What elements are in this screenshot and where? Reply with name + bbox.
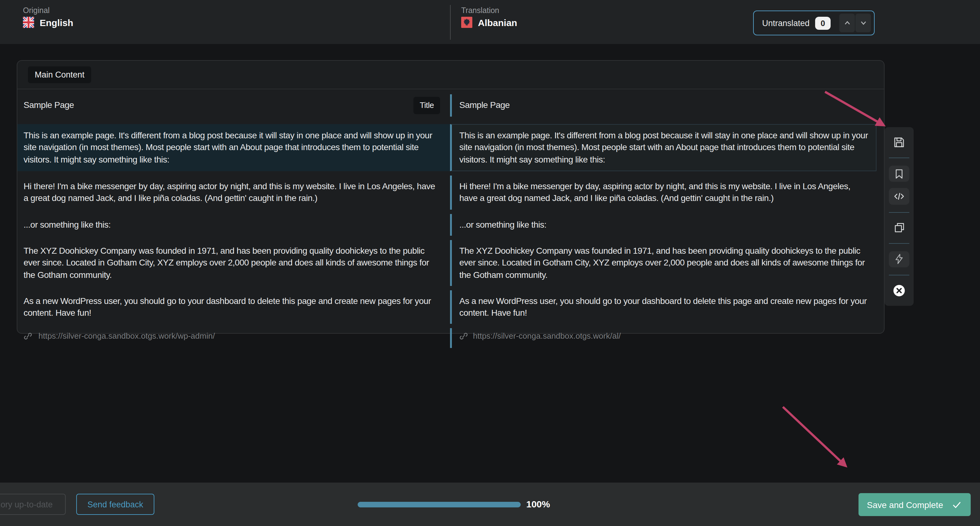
source-text: Sample Page (24, 100, 407, 112)
source-text: Hi there! I'm a bike messenger by day, a… (24, 180, 440, 204)
source-cell: The XYZ Doohickey Company was founded in… (18, 240, 450, 286)
toolbar-divider (889, 158, 909, 158)
link-icon (24, 332, 32, 341)
side-toolbar (885, 127, 914, 306)
segment-row: https://silver-conga.sandbox.otgs.work/w… (18, 328, 884, 348)
translation-cell[interactable]: https://silver-conga.sandbox.otgs.work/a… (450, 328, 877, 348)
segment-row: ...or something like this:...or somethin… (18, 214, 884, 236)
link-icon (459, 332, 468, 341)
translation-language-group: Translation Albanian (461, 6, 517, 28)
translation-cell[interactable]: The XYZ Doohickey Company was founded in… (450, 240, 877, 286)
segment-row: As a new WordPress user, you should go t… (18, 290, 884, 324)
tab-row: Main Content (18, 61, 884, 89)
close-circle-button[interactable] (889, 283, 909, 298)
segment-row: The XYZ Doohickey Company was founded in… (18, 240, 884, 286)
progress-fill (358, 502, 521, 507)
translation-cell[interactable]: ...or something like this: (450, 214, 877, 236)
bookmark-button[interactable] (889, 166, 909, 182)
untranslated-count-badge: 0 (815, 16, 830, 29)
code-icon (892, 190, 905, 203)
translation-language-name: Albanian (478, 17, 517, 28)
source-cell: Sample PageTitle (18, 92, 450, 119)
translation-text: As a new WordPress user, you should go t… (459, 295, 869, 319)
tab-main-content[interactable]: Main Content (28, 66, 91, 83)
translation-progress-bar (358, 502, 521, 507)
translation-editor: Original English Translation (0, 0, 980, 526)
chevron-up-icon (843, 19, 851, 27)
translation-cell[interactable]: As a new WordPress user, you should go t… (450, 290, 877, 324)
checkmark-icon (952, 499, 963, 510)
source-cell: As a new WordPress user, you should go t… (18, 290, 450, 324)
progress-percent: 100% (526, 499, 550, 509)
translation-cell[interactable]: Hi there! I'm a bike messenger by day, a… (450, 175, 877, 209)
field-type-badge: Title (414, 97, 440, 114)
save-and-complete-label: Save and Complete (867, 500, 943, 510)
translation-cell[interactable]: This is an example page. It's different … (450, 124, 877, 171)
translation-url: https://silver-conga.sandbox.otgs.work/a… (473, 331, 621, 342)
uk-flag-icon (23, 17, 34, 28)
source-cell: Hi there! I'm a bike messenger by day, a… (18, 175, 450, 209)
header-bar: Original English Translation (0, 0, 980, 44)
bookmark-icon (893, 168, 905, 180)
toolbar-divider (889, 275, 909, 276)
rows: Sample PageTitleSample PageThis is an ex… (18, 89, 884, 348)
translation-text: The XYZ Doohickey Company was founded in… (459, 245, 869, 281)
chevron-down-icon (859, 19, 867, 27)
duplicate-icon (893, 222, 905, 234)
segment-row: Sample PageTitleSample Page (18, 91, 884, 120)
source-cell: https://silver-conga.sandbox.otgs.work/w… (18, 328, 450, 348)
save-and-complete-button[interactable]: Save and Complete (859, 493, 971, 516)
close-circle-icon (892, 284, 905, 297)
arrow-to-save-button (783, 407, 845, 465)
code-button[interactable] (889, 188, 909, 205)
save-button[interactable] (889, 135, 909, 150)
source-text: This is an example page. It's different … (24, 130, 440, 166)
send-feedback-button[interactable]: Send feedback (76, 494, 154, 515)
translation-text: ...or something like this: (459, 218, 546, 231)
segment-row: Hi there! I'm a bike messenger by day, a… (18, 175, 884, 209)
next-untranslated-button[interactable] (856, 14, 871, 32)
translation-label: Translation (461, 6, 517, 15)
lightning-icon (893, 253, 905, 265)
source-text: ...or something like this: (24, 218, 440, 231)
translation-text: Hi there! I'm a bike messenger by day, a… (459, 180, 869, 204)
memory-status-button: mory up-to-date (0, 494, 66, 515)
translation-cell[interactable]: Sample Page (450, 95, 877, 116)
untranslated-filter-label: Untranslated (762, 18, 810, 28)
translation-text: This is an example page. It's different … (459, 130, 869, 166)
footer-bar: mory up-to-date Send feedback 100% Save … (0, 483, 980, 526)
translation-text: Sample Page (459, 100, 510, 112)
save-icon (892, 136, 905, 149)
source-text: As a new WordPress user, you should go t… (24, 295, 440, 319)
source-cell: This is an example page. It's different … (18, 124, 450, 171)
duplicate-button[interactable] (889, 220, 909, 236)
header-divider (450, 5, 451, 40)
source-cell: ...or something like this: (18, 214, 450, 236)
segment-row: This is an example page. It's different … (18, 124, 884, 171)
original-label: Original (23, 6, 73, 15)
albania-flag-icon (461, 17, 473, 28)
original-language-group: Original English (23, 6, 73, 28)
previous-untranslated-button[interactable] (839, 14, 855, 32)
toolbar-divider (889, 243, 909, 244)
toolbar-divider (889, 212, 909, 213)
source-url: https://silver-conga.sandbox.otgs.work/w… (38, 331, 215, 342)
source-text: The XYZ Doohickey Company was founded in… (24, 245, 440, 281)
translation-panel: Main Content Sample PageTitleSample Page… (17, 60, 885, 334)
original-language-name: English (40, 17, 73, 28)
untranslated-filter[interactable]: Untranslated 0 (753, 11, 875, 35)
lightning-button[interactable] (889, 251, 909, 267)
